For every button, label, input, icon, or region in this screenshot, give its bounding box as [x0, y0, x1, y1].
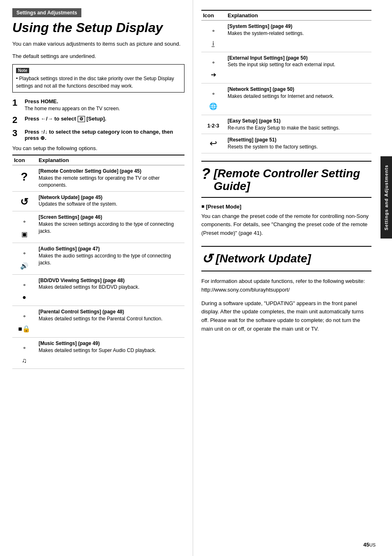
left-desc-cell-2: [Screen Settings] (page 46)Makes the scr… — [37, 211, 184, 243]
right-table-row: 1·2·3 [Easy Setup] (page 51)Re-runs the … — [201, 115, 371, 134]
left-table-row: ? [Remote Controller Setting Guide] (pag… — [12, 165, 184, 191]
note-box: Note • Playback settings stored in the d… — [12, 64, 184, 93]
right-icon-cell-3: 1·2·3 — [201, 115, 226, 134]
note-text: • Playback settings stored in the disc t… — [16, 75, 181, 90]
right-desc-cell-4: [Resetting] (page 51)Resets the system t… — [226, 134, 371, 153]
right-table-row: ↩ [Resetting] (page 51)Resets the system… — [201, 134, 371, 153]
left-icon-cell-5: ⚬■🔒 — [12, 306, 37, 338]
right-desc-cell-0: [System Settings] (page 49)Makes the sys… — [226, 21, 371, 52]
right-table-row: ⚬➔ [External Input Settings] (page 50)Se… — [201, 52, 371, 83]
network-url: http://www.sony.com/blurayhtsupport/ — [201, 287, 290, 293]
network-body1: For information about update functions, … — [201, 277, 371, 294]
right-table-wrap: Icon Explanation ⚬i̲ [System Settings] (… — [201, 10, 371, 153]
remote-section-title: ? [Remote Controller Setting Guide] — [201, 167, 371, 193]
left-desc-cell-3: [Audio Settings] (page 47)Makes the audi… — [37, 243, 184, 274]
page: Settings and Adjustments Using the Setup… — [0, 0, 392, 556]
network-divider2 — [201, 271, 371, 271]
left-desc-cell-0: [Remote Controller Setting Guide] (page … — [37, 165, 184, 191]
page-number: 45US — [363, 542, 376, 548]
right-table-row: ⚬🌐 [Network Settings] (page 50)Makes det… — [201, 83, 371, 115]
step-3-content: Press ↑/↓ to select the setup category i… — [25, 129, 184, 141]
right-icon-cell-4: ↩ — [201, 134, 226, 153]
right-icon-cell-1: ⚬➔ — [201, 52, 226, 83]
left-desc-cell-5: [Parental Control Settings] (page 48)Mak… — [37, 306, 184, 338]
step-3-text: Press ↑/↓ to select the setup category i… — [25, 129, 173, 141]
step-3-num: 3 — [12, 129, 22, 138]
left-icon-cell-3: ⚬🔊 — [12, 243, 37, 274]
note-label: Note — [16, 68, 29, 73]
preset-mode-label: [Preset Mode] — [201, 204, 371, 210]
right-column: Icon Explanation ⚬i̲ [System Settings] (… — [193, 0, 380, 556]
intro-line1: You can make various adjustments to item… — [12, 40, 184, 48]
step-2: 2 Press ←/→ to select ⚙ [Setup]. — [12, 116, 184, 125]
left-icon-table: Icon Explanation ? [Remote Controller Se… — [12, 155, 184, 369]
left-col1-header: Icon — [12, 155, 37, 165]
remote-divider — [201, 161, 371, 162]
right-desc-cell-3: [Easy Setup] (page 51)Re-runs the Easy S… — [226, 115, 371, 134]
left-icon-cell-1: ↺ — [12, 191, 37, 211]
preset-mode-text: You can change the preset code of the re… — [201, 212, 371, 238]
step-1-content: Press HOME. The home menu appears on the… — [25, 98, 120, 111]
step-1-text: Press HOME. — [25, 98, 58, 104]
step-2-content: Press ←/→ to select ⚙ [Setup]. — [25, 116, 106, 122]
step-2-text: Press ←/→ to select ⚙ [Setup]. — [25, 116, 106, 122]
network-update-text: [Network Update] — [216, 252, 311, 265]
you-can-text: You can setup the following options. — [12, 145, 184, 151]
right-col2-header: Explanation — [226, 10, 371, 21]
left-table-row: ⚬🔊 [Audio Settings] (page 47)Makes the a… — [12, 243, 184, 274]
network-update-title: ↺ [Network Update] — [201, 251, 371, 266]
left-table-row: ⚬■🔒 [Parental Control Settings] (page 48… — [12, 306, 184, 338]
intro-line2: The default settings are underlined. — [12, 52, 184, 60]
left-table-row: ↺ [Network Update] (page 45)Updates the … — [12, 191, 184, 211]
step-1: 1 Press HOME. The home menu appears on t… — [12, 98, 184, 111]
step-2-num: 2 — [12, 116, 22, 125]
network-divider — [201, 246, 371, 247]
left-icon-cell-6: ⚬♫ — [12, 337, 37, 369]
remote-divider2 — [201, 197, 371, 198]
left-column: Settings and Adjustments Using the Setup… — [0, 0, 193, 556]
right-icon-cell-0: ⚬i̲ — [201, 21, 226, 52]
left-table-row: ⚬▣ [Screen Settings] (page 46)Makes the … — [12, 211, 184, 243]
left-table-row: ⚬♫ [Music Settings] (page 49)Makes detai… — [12, 337, 184, 369]
left-desc-cell-1: [Network Update] (page 45)Updates the so… — [37, 191, 184, 211]
left-icon-cell-0: ? — [12, 165, 37, 191]
left-icon-cell-2: ⚬▣ — [12, 211, 37, 243]
section-label: Settings and Adjustments — [12, 8, 81, 17]
page-title: Using the Setup Display — [12, 21, 184, 35]
left-icon-cell-4: ⚬● — [12, 274, 37, 306]
right-icon-cell-2: ⚬🌐 — [201, 83, 226, 115]
left-desc-cell-4: [BD/DVD Viewing Settings] (page 48)Makes… — [37, 274, 184, 306]
step-1-desc: The home menu appears on the TV screen. — [25, 106, 120, 111]
left-table-row: ⚬● [BD/DVD Viewing Settings] (page 48)Ma… — [12, 274, 184, 306]
step-1-num: 1 — [12, 98, 22, 107]
side-tab: Settings and Adjustments — [380, 156, 392, 239]
right-col1-header: Icon — [201, 10, 226, 21]
left-desc-cell-6: [Music Settings] (page 49)Makes detailed… — [37, 337, 184, 369]
remote-title-text: [Remote Controller Setting Guide] — [214, 167, 371, 193]
left-col2-header: Explanation — [37, 155, 184, 165]
network-body2: During a software update, "UPDATING" app… — [201, 299, 371, 334]
right-icon-table: Icon Explanation ⚬i̲ [System Settings] (… — [201, 10, 371, 153]
step-3: 3 Press ↑/↓ to select the setup category… — [12, 129, 184, 141]
network-update-icon: ↺ — [201, 251, 212, 266]
right-table-row: ⚬i̲ [System Settings] (page 49)Makes the… — [201, 21, 371, 52]
right-desc-cell-2: [Network Settings] (page 50)Makes detail… — [226, 83, 371, 115]
remote-section-icon: ? — [201, 166, 210, 182]
right-desc-cell-1: [External Input Settings] (page 50)Sets … — [226, 52, 371, 83]
